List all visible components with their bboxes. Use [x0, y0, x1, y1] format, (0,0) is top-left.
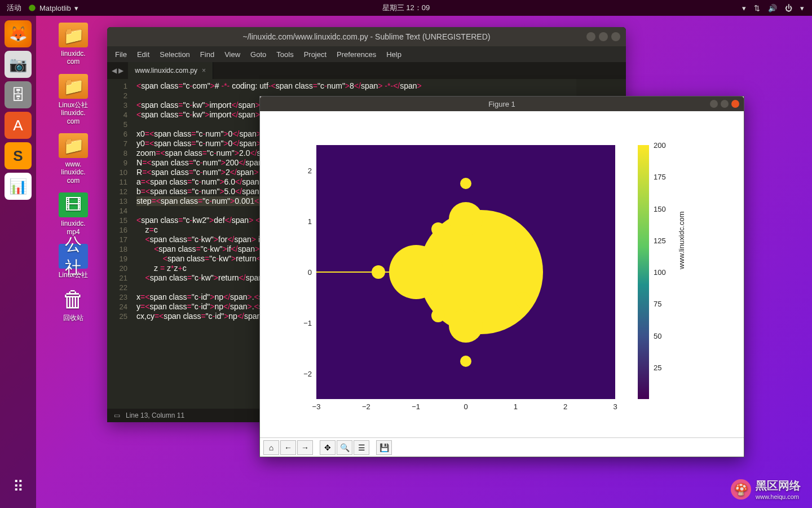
desktop-trash[interactable]: 🗑回收站 [51, 287, 96, 322]
menu-project[interactable]: Project [304, 50, 326, 59]
toolbar-save-icon[interactable]: 💾 [376, 440, 392, 455]
menu-selection[interactable]: Selection [160, 50, 189, 59]
toolbar-back-icon[interactable]: ← [280, 440, 296, 455]
gnome-topbar: 活动 Matplotlib ▾ 星期三 12：09 ▾ ⇅ 🔊 ⏻ ▾ [0, 0, 812, 16]
editor-tab[interactable]: www.linuxidc.com.py × [128, 62, 213, 79]
dock-files-icon[interactable]: 🗄 [5, 81, 32, 108]
menu-file[interactable]: File [115, 50, 127, 59]
clock[interactable]: 星期三 12：09 [382, 3, 430, 13]
menu-find[interactable]: Find [200, 50, 214, 59]
watermark-logo-icon: 🍄 [731, 479, 751, 500]
desktop-folder[interactable]: 📁Linux公社 linuxidc. com [51, 74, 96, 125]
window-maximize-button[interactable] [721, 100, 729, 108]
tab-history-nav[interactable]: ◀ ▶ [107, 62, 128, 79]
matplotlib-figure-window: Figure 1 −3−2−10123−2−1012 2550751001251… [259, 96, 744, 457]
axes: −3−2−10123−2−1012 [316, 145, 615, 399]
power-icon[interactable]: ⏻ [785, 4, 792, 12]
dock-sublime-icon[interactable]: S [5, 142, 32, 169]
figure-titlebar[interactable]: Figure 1 [260, 97, 744, 111]
window-minimize-button[interactable] [586, 32, 595, 41]
menu-edit[interactable]: Edit [137, 50, 149, 59]
dock-firefox-icon[interactable]: 🦊 [5, 20, 32, 47]
menu-goto[interactable]: Goto [250, 50, 266, 59]
sublime-menubar: File Edit Selection Find View Goto Tools… [107, 46, 626, 62]
dock-software-icon[interactable]: A [5, 112, 32, 139]
window-minimize-button[interactable] [710, 100, 718, 108]
window-close-button[interactable] [731, 100, 739, 108]
desktop-icons: 📁linuxidc. com 📁Linux公社 linuxidc. com 📁w… [51, 23, 96, 322]
matplotlib-toolbar: ⌂ ← → ✥ 🔍 ☰ 💾 [260, 437, 744, 457]
menu-preferences[interactable]: Preferences [337, 50, 376, 59]
sublime-title: ~/linuxidc.com/www.linuxidc.com.py - Sub… [243, 32, 491, 41]
ubuntu-dock: 🦊 📷 🗄 A S 📊 ⠿ [0, 16, 36, 508]
line-gutter: 1234567891011121314151617181920212223242… [107, 79, 133, 409]
sublime-tabbar: ◀ ▶ www.linuxidc.com.py × [107, 62, 626, 79]
dock-matplotlib-icon[interactable]: 📊 [5, 173, 32, 200]
toolbar-home-icon[interactable]: ⌂ [263, 440, 279, 455]
watermark-text: 黑区网络 [756, 478, 801, 493]
menu-view[interactable]: View [224, 50, 240, 59]
appmenu-button[interactable]: Matplotlib ▾ [28, 4, 78, 12]
toolbar-zoom-icon[interactable]: 🔍 [337, 440, 352, 455]
desktop-image[interactable]: 公社Linux公社 [51, 244, 96, 279]
toolbar-pan-icon[interactable]: ✥ [320, 440, 336, 455]
menu-tools[interactable]: Tools [276, 50, 293, 59]
system-menu-chevron-icon[interactable]: ▾ [800, 4, 804, 12]
sublime-titlebar[interactable]: ~/linuxidc.com/www.linuxidc.com.py - Sub… [107, 27, 626, 46]
watermark: 🍄 黑区网络 www.heiqu.com [731, 478, 801, 500]
colorbar-label: www.linuxidc.com [677, 211, 686, 269]
svg-point-0 [29, 5, 36, 11]
dock-camera-icon[interactable]: 📷 [5, 51, 32, 78]
input-source-indicator[interactable]: ▾ [742, 4, 746, 12]
activities-button[interactable]: 活动 [7, 3, 21, 13]
window-close-button[interactable] [611, 32, 620, 41]
window-maximize-button[interactable] [599, 32, 608, 41]
desktop-folder[interactable]: 📁linuxidc. com [51, 23, 96, 66]
colorbar [638, 145, 649, 399]
network-icon[interactable]: ⇅ [754, 4, 760, 12]
watermark-url: www.heiqu.com [756, 493, 801, 500]
volume-icon[interactable]: 🔊 [768, 4, 777, 12]
figure-title: Figure 1 [488, 100, 515, 108]
tab-close-icon[interactable]: × [202, 67, 206, 75]
tab-label: www.linuxidc.com.py [135, 67, 197, 75]
menu-help[interactable]: Help [386, 50, 401, 59]
toolbar-configure-icon[interactable]: ☰ [354, 440, 369, 455]
figure-canvas[interactable]: −3−2−10123−2−1012 255075100125150175200 … [260, 111, 744, 437]
desktop-folder[interactable]: 📁www. linuxidc. com [51, 133, 96, 185]
toolbar-forward-icon[interactable]: → [297, 440, 313, 455]
dock-show-apps-icon[interactable]: ⠿ [5, 473, 32, 500]
desktop-video[interactable]: 🎞linuxidc. mp4 [51, 192, 96, 236]
statusbar-cursor: Line 13, Column 11 [126, 411, 184, 419]
statusbar-panel-icon[interactable]: ▭ [114, 411, 120, 419]
